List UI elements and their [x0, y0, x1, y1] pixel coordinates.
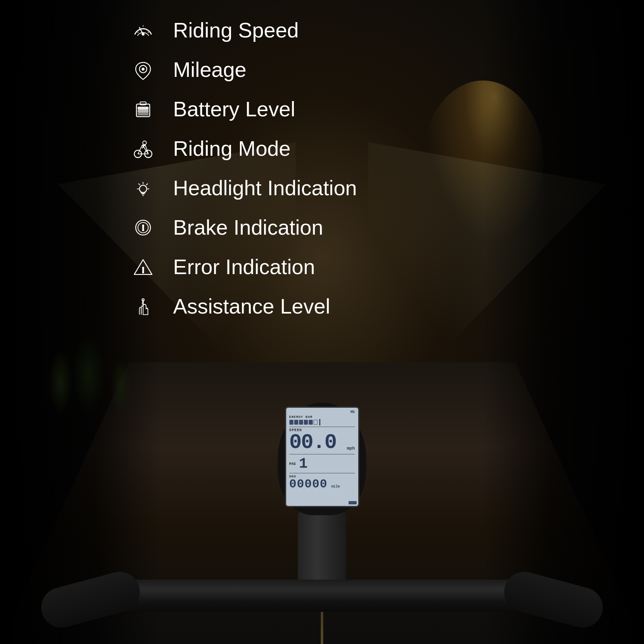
assistance-icon	[129, 292, 157, 320]
brake-icon: !	[129, 213, 157, 242]
feature-item-brake: ! Brake Indication	[129, 213, 357, 242]
feature-list: Riding Speed Mileage Battery Level	[129, 16, 357, 320]
display-mount: M5 ENERGY BAR SPEED 00.0 mph	[278, 402, 366, 515]
svg-line-21	[138, 184, 140, 185]
svg-text:!: !	[142, 266, 144, 275]
svg-text:!: !	[142, 223, 144, 232]
speedometer-icon	[129, 16, 157, 44]
lcd-energy-label: ENERGY BAR	[289, 415, 355, 419]
lcd-segment-3	[299, 420, 303, 425]
handlebar-bar	[121, 580, 523, 612]
feature-item-riding-speed: Riding Speed	[129, 16, 357, 44]
svg-rect-10	[138, 110, 148, 112]
battery-icon	[129, 95, 157, 123]
lcd-divider-1	[289, 427, 355, 427]
svg-line-2	[137, 32, 138, 33]
feature-item-mileage: Mileage	[129, 56, 357, 84]
headlight-indication-label: Headlight Indication	[173, 176, 357, 200]
lcd-speed-section: SPEED 00.0 mph	[289, 428, 355, 453]
headlight-icon	[129, 174, 157, 202]
assistance-level-label: Assistance Level	[173, 294, 330, 318]
riding-mode-label: Riding Mode	[173, 136, 291, 161]
lcd-speed-unit: mph	[347, 446, 355, 451]
lcd-bottom-indicator	[349, 501, 357, 504]
lcd-full-bar	[319, 419, 320, 425]
svg-point-1	[142, 33, 144, 35]
lcd-odo-unit: mile	[331, 485, 340, 489]
handlebar-right-grip	[500, 567, 607, 632]
svg-point-14	[142, 141, 146, 144]
riding-mode-icon	[129, 134, 157, 163]
lcd-speed-value: 00.0	[289, 432, 355, 453]
feature-item-battery: Battery Level	[129, 95, 357, 123]
lcd-energy-bar-container	[289, 419, 355, 425]
feature-item-headlight: Headlight Indication	[129, 174, 357, 202]
lcd-pas-section: PAS 1	[289, 455, 355, 473]
lcd-segment-4	[304, 420, 308, 425]
mileage-icon	[129, 56, 157, 84]
mileage-label: Mileage	[173, 58, 246, 82]
lcd-segment-5	[309, 420, 313, 425]
lcd-segment-6	[314, 420, 318, 425]
svg-point-6	[142, 68, 144, 70]
brake-indication-label: Brake Indication	[173, 215, 323, 239]
lcd-segment-2	[294, 420, 298, 425]
riding-speed-label: Riding Speed	[173, 18, 299, 42]
lcd-pas-value: 1	[299, 457, 308, 471]
lcd-model-label: M5	[289, 410, 355, 414]
feature-item-error: ! Error Indication	[129, 253, 357, 281]
svg-line-4	[147, 32, 149, 33]
lcd-pas-label: PAS	[289, 462, 296, 466]
svg-line-22	[146, 184, 147, 185]
lcd-odo-section: ODO 00000 mile	[289, 475, 355, 490]
lcd-display: M5 ENERGY BAR SPEED 00.0 mph	[285, 407, 359, 507]
error-icon: !	[129, 253, 157, 281]
error-indication-label: Error Indication	[173, 255, 315, 279]
handlebar-left-grip	[37, 567, 144, 632]
lcd-energy-bar	[289, 420, 318, 425]
lcd-odo-value: 00000	[289, 477, 328, 491]
lcd-segment-1	[289, 420, 293, 425]
battery-level-label: Battery Level	[173, 97, 295, 121]
lcd-energy-section: ENERGY BAR	[289, 415, 355, 425]
tree-silhouettes	[40, 302, 161, 463]
feature-item-assistance: Assistance Level	[129, 292, 357, 320]
feature-item-riding-mode: Riding Mode	[129, 134, 357, 163]
svg-rect-9	[138, 107, 148, 109]
svg-point-15	[139, 185, 147, 192]
svg-rect-11	[138, 113, 148, 115]
